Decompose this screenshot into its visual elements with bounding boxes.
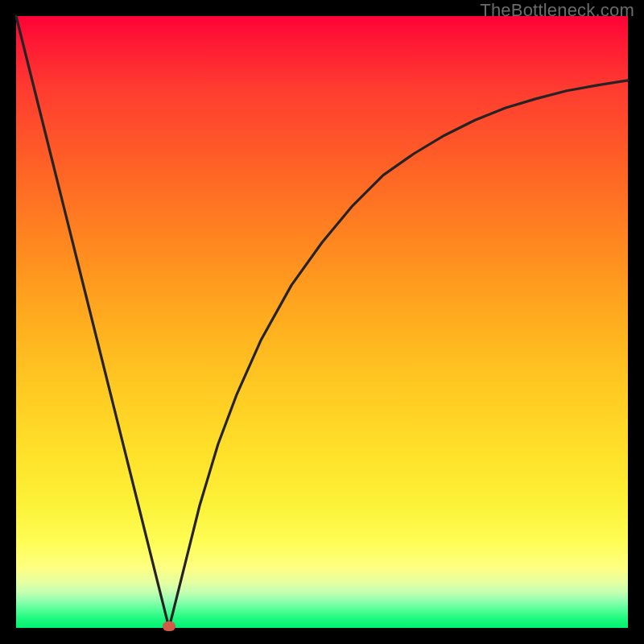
plot-area [16, 16, 628, 628]
bottleneck-curve [16, 16, 628, 628]
chart-frame: TheBottleneck.com [0, 0, 644, 644]
minimum-marker [163, 621, 175, 631]
chart-svg [16, 16, 628, 628]
watermark-label: TheBottleneck.com [480, 0, 634, 21]
